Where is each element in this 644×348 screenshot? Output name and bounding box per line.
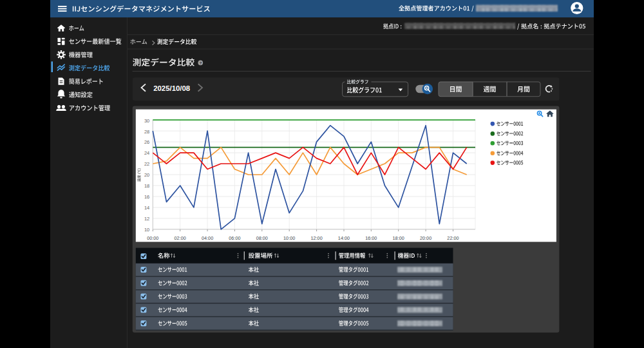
svg-text:16: 16 — [144, 194, 149, 200]
svg-text:?: ? — [199, 61, 202, 65]
svg-text:14:00: 14:00 — [338, 235, 350, 241]
svg-text:28: 28 — [144, 129, 149, 135]
svg-text:12:00: 12:00 — [310, 235, 322, 241]
svg-text:20:00: 20:00 — [420, 235, 431, 241]
svg-text:16:00: 16:00 — [365, 235, 377, 241]
svg-text:30: 30 — [144, 118, 149, 124]
svg-text:04:00: 04:00 — [202, 235, 213, 241]
svg-text:26: 26 — [144, 139, 149, 145]
svg-text:08:00: 08:00 — [256, 235, 268, 241]
svg-text:18:00: 18:00 — [393, 235, 404, 241]
svg-text:22: 22 — [144, 161, 149, 167]
svg-text:02:00: 02:00 — [175, 235, 186, 241]
svg-text:2025/10/08: 2025/10/08 — [153, 84, 190, 92]
svg-text:00:00: 00:00 — [147, 235, 158, 241]
svg-text:12: 12 — [144, 216, 149, 222]
svg-text:18: 18 — [144, 183, 149, 189]
svg-text:10: 10 — [144, 227, 149, 233]
svg-text:14: 14 — [144, 205, 149, 211]
svg-text:06:00: 06:00 — [229, 235, 240, 241]
svg-text:24: 24 — [144, 150, 149, 156]
svg-text:10:00: 10:00 — [283, 235, 295, 241]
svg-text:20: 20 — [144, 172, 149, 178]
svg-text:22:00: 22:00 — [447, 235, 459, 241]
